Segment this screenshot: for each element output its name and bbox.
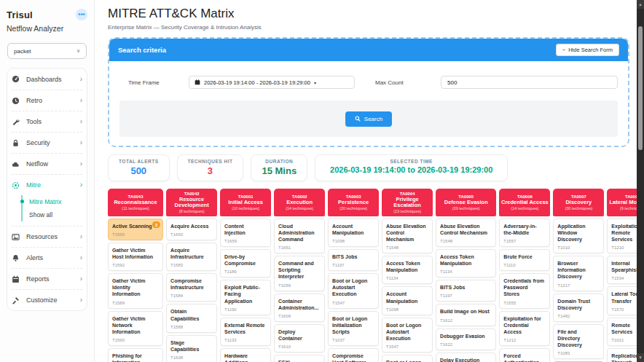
- technique-cell-t1608[interactable]: Stage Capabilities T1608: [166, 335, 217, 362]
- more-options-icon[interactable]: •••: [76, 9, 87, 20]
- search-panel-title: Search criteria: [118, 46, 166, 54]
- technique-cell-t1595[interactable]: 3Active Scanning T1595: [108, 219, 163, 240]
- technique-cell-t1675[interactable]: ESXi Administration Command T1675: [274, 355, 325, 362]
- technique-cell-t1547[interactable]: Boot or Logon Autostart Execution T1547: [328, 273, 379, 308]
- tactic-header: TA0002 Execution (14 techniques): [274, 189, 325, 216]
- technique-cell-t1622[interactable]: Debugger Evasion T1622: [436, 328, 496, 350]
- technique-cell-t1134[interactable]: Access Token Manipulation T1134: [382, 256, 433, 284]
- vertical-scrollbar[interactable]: ▲ ▼: [637, 0, 644, 362]
- technique-cell-t1547[interactable]: Boot or Logon Autostart Execution T1547: [382, 318, 433, 353]
- technique-cell-t1021[interactable]: Remote Services T1021: [607, 318, 637, 346]
- scroll-down-icon[interactable]: ▼: [637, 353, 644, 362]
- technique-cell-t1133[interactable]: External Remote Services T1133: [220, 318, 271, 346]
- tactic-header: TA0001 Initial Access (10 techniques): [220, 189, 271, 216]
- technique-cell-t1059[interactable]: Command and Scripting Interpreter T1059: [274, 256, 325, 291]
- brand-subtitle: Netflow Analyzer: [7, 24, 87, 33]
- chevron-right-icon: ›: [80, 181, 82, 189]
- tactic-column-ta0002: TA0002 Execution (14 techniques)Cloud Ad…: [274, 189, 325, 362]
- technique-cell-t1217[interactable]: Browser Information Discovery T1217: [553, 256, 604, 291]
- search-button[interactable]: Search: [345, 111, 392, 127]
- sidebar-item-mitre[interactable]: Mitre ›: [12, 174, 82, 195]
- dashboards-icon: [12, 75, 21, 83]
- technique-cell-t1091[interactable]: Replication Through Removable Media T109…: [607, 348, 637, 362]
- sidebar-item-customize[interactable]: Customize ›: [12, 289, 82, 310]
- technique-cell-t1200[interactable]: Hardware Additions T1200: [220, 348, 271, 362]
- caret-down-icon: ▾: [314, 80, 316, 85]
- technique-cell-t1210[interactable]: Exploitation of Remote Services T1210: [607, 219, 637, 253]
- technique-cell-t1609[interactable]: Container Administration... T1609: [274, 294, 325, 322]
- tactic-column-ta0008: TA0008 Lateral Movement (9 techniques)Ex…: [607, 189, 637, 362]
- technique-cell-t1197[interactable]: BITS Jobs T1197: [328, 249, 379, 271]
- technique-cell-t1098[interactable]: Account Manipulation T1098: [382, 286, 433, 315]
- time-frame-input[interactable]: 2026-03-19 19:14:00 - 2026-03-19 19:29:0…: [189, 76, 355, 89]
- technique-cell-t1212[interactable]: Exploitation for Credential Access T1212: [499, 311, 550, 346]
- technique-cell-t1083[interactable]: File and Directory Discovery T1083: [553, 324, 604, 359]
- context-select[interactable]: packet ∨: [7, 43, 87, 59]
- search-icon: [355, 116, 361, 122]
- bullet-icon: [20, 200, 24, 203]
- technique-cell-t1187[interactable]: Forced Authentication T1187: [499, 348, 550, 362]
- technique-cell-t1037[interactable]: Boot or Logon Initialization Scripts T10…: [382, 355, 433, 362]
- tactic-column-ta0005: TA0005 Defense Evasion (39 techniques)Ab…: [436, 189, 496, 362]
- max-count-input[interactable]: [441, 76, 618, 89]
- image-icon: [12, 233, 21, 241]
- sidebar-item-resources[interactable]: Resources ›: [12, 226, 82, 247]
- max-count-label: Max Count: [355, 79, 441, 86]
- technique-cell-t1583[interactable]: Acquire Infrastructure T1583: [166, 243, 217, 271]
- technique-cell-t1612[interactable]: Build Image on Host T1612: [436, 304, 496, 326]
- stats-row: TOTAL ALERTS 500TECHNIQUES HIT 3DURATION…: [108, 154, 629, 181]
- technique-cell-t1555[interactable]: Credentials from Password Stores T1555: [499, 273, 550, 308]
- tactic-header: TA0003 Persistence (20 techniques): [328, 189, 379, 216]
- technique-cell-t1197[interactable]: BITS Jobs T1197: [436, 280, 496, 302]
- hide-search-form-button[interactable]: − Hide Search Form: [556, 44, 619, 56]
- technique-cell-t1598[interactable]: Phishing for Information T1598: [108, 348, 163, 362]
- technique-cell-t1651[interactable]: Cloud Administration Command T1651: [274, 219, 325, 253]
- tactic-column-ta0042: TA0042 Resource Development (8 technique…: [166, 189, 217, 362]
- tactic-header: TA0008 Lateral Movement (9 techniques): [607, 189, 637, 216]
- stat-card-techniques-hit: TECHNIQUES HIT 3: [177, 154, 244, 181]
- technique-cell-t1557[interactable]: Adversary-in-the-Middle T1557: [499, 219, 550, 247]
- technique-cell-t1478[interactable]: Delay Execution T1478: [436, 353, 496, 362]
- technique-cell-t1610[interactable]: Deploy Container T1610: [274, 324, 325, 353]
- technique-cell-t1588[interactable]: Obtain Capabilities T1588: [166, 304, 217, 332]
- technique-cell-t1190[interactable]: Exploit Public-Facing Application T1190: [220, 280, 271, 315]
- scroll-up-icon[interactable]: ▲: [637, 0, 644, 9]
- technique-cell-t1548[interactable]: Abuse Elevation Control Mechanism T1548: [436, 219, 496, 247]
- chevron-right-icon: ›: [80, 275, 82, 283]
- tactic-header: TA0005 Defense Evasion (39 techniques): [436, 189, 496, 216]
- technique-cell-t1482[interactable]: Domain Trust Discovery T1482: [553, 294, 604, 322]
- tactic-header: TA0004 Privilege Escalation (13 techniqu…: [382, 189, 433, 216]
- technique-cell-t1134[interactable]: Access Token Manipulation T1134: [436, 249, 496, 278]
- sidebar-item-tools[interactable]: Tools ›: [12, 111, 82, 132]
- alert-count-badge: 3: [152, 221, 160, 228]
- technique-cell-t1534[interactable]: Internal Spearphishing T1534: [607, 256, 637, 284]
- sidebar-submenu: Mitre MatrixShow all: [21, 195, 82, 221]
- technique-cell-t1589[interactable]: Gather Victim Identity Information T1589: [108, 273, 163, 308]
- technique-cell-t1592[interactable]: Gather Victim Host Information T1592: [108, 243, 163, 271]
- technique-cell-t1189[interactable]: Drive-by Compromise T1189: [220, 249, 271, 278]
- technique-cell-t1584[interactable]: Compromise Infrastructure T1584: [166, 273, 217, 302]
- sidebar-item-reports[interactable]: Reports ›: [12, 268, 82, 289]
- technique-cell-t1554[interactable]: Compromise Host Software Binary T1554: [328, 348, 379, 362]
- sidebar-subitem-mitre-matrix[interactable]: Mitre Matrix: [29, 195, 82, 208]
- technique-cell-t1037[interactable]: Boot or Logon Initialization Scripts T10…: [328, 311, 379, 346]
- scrollbar-thumb[interactable]: [638, 26, 643, 150]
- stat-card-total-alerts: TOTAL ALERTS 500: [108, 154, 170, 181]
- technique-cell-t1110[interactable]: Brute Force T1110: [499, 249, 550, 271]
- sidebar-item-retro[interactable]: Retro ›: [12, 90, 82, 111]
- sidebar-item-dashboards[interactable]: Dashboards ›: [12, 68, 82, 90]
- sidebar-item-security[interactable]: Security ›: [12, 132, 82, 153]
- sidebar-item-alerts[interactable]: Alerts ›: [12, 247, 82, 268]
- technique-cell-t1659[interactable]: Content Injection T1659: [220, 219, 271, 247]
- sidebar-menu: Dashboards › Retro › Tools › Security › …: [7, 68, 87, 311]
- sidebar-subitem-show-all[interactable]: Show all: [29, 208, 82, 221]
- technique-cell-t1098[interactable]: Account Manipulation T1098: [328, 219, 379, 247]
- sidebar-item-netflow[interactable]: Netflow ›: [12, 153, 82, 174]
- technique-cell-t1570[interactable]: Lateral Tool Transfer T1570: [607, 286, 637, 315]
- chevron-right-icon: ›: [80, 139, 82, 146]
- technique-cell-t1650[interactable]: Acquire Access T1650: [166, 219, 217, 240]
- technique-cell-t1010[interactable]: Application Window Discovery T1010: [553, 219, 604, 253]
- technique-cell-t1548[interactable]: Abuse Elevation Control Mechanism T1548: [382, 219, 433, 253]
- technique-cell-t1590[interactable]: Gather Victim Network Information T1590: [108, 311, 163, 346]
- main-content: MITRE ATT&CK Matrix Enterprise Matrix — …: [95, 0, 637, 362]
